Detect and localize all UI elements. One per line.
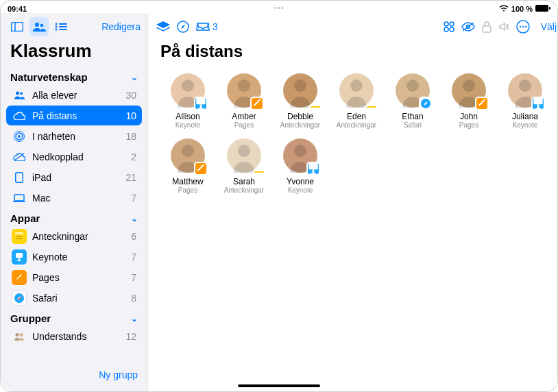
app-badge-icon: [194, 97, 208, 110]
student-cell[interactable]: Allison Keynote: [160, 73, 215, 129]
sidebar-section-header[interactable]: Naturvetenskap⌄: [1, 67, 147, 84]
inbox-icon[interactable]: [196, 22, 210, 32]
sidebar-item[interactable]: Keynote7: [6, 247, 142, 267]
section-title: Appar: [10, 212, 40, 224]
svg-rect-10: [59, 26, 67, 27]
offline-icon: [12, 149, 27, 164]
svg-point-32: [450, 22, 454, 26]
sidebar-item[interactable]: iPad21: [6, 167, 142, 187]
student-name: Debbie: [287, 112, 313, 121]
app-badge-icon: [306, 162, 320, 175]
sidebar-item[interactable]: Understands12: [6, 326, 142, 346]
student-cell[interactable]: Eden Anteckningar: [329, 73, 384, 129]
avatar: [227, 73, 261, 108]
home-indicator[interactable]: [238, 384, 320, 387]
mute-icon[interactable]: [498, 21, 509, 32]
people-view-icon[interactable]: [29, 17, 49, 36]
student-name: Ethan: [402, 112, 423, 121]
sidebar-item-count: 6: [131, 231, 136, 242]
avatar: [508, 73, 542, 108]
sidebar-item[interactable]: Pages7: [6, 267, 142, 287]
sidebar-item-label: På distans: [32, 110, 125, 121]
svg-point-58: [182, 145, 194, 157]
eye-off-icon[interactable]: [461, 22, 475, 32]
sidebar-item[interactable]: I närheten18: [6, 126, 142, 146]
multitask-dots[interactable]: [275, 7, 284, 9]
svg-point-42: [522, 26, 523, 27]
student-cell[interactable]: Debbie Anteckningar: [273, 73, 328, 129]
main-panel: 3 Välj På distans Allison: [148, 13, 558, 391]
sidebar-item-count: 12: [125, 331, 136, 342]
chevron-down-icon: ⌄: [131, 314, 138, 323]
status-dash-icon: [253, 170, 265, 174]
status-dash-icon: [365, 105, 378, 109]
layers-icon[interactable]: [156, 21, 170, 32]
compass-icon[interactable]: [177, 21, 189, 33]
avatar: [171, 73, 205, 108]
sidebar-item-label: Mac: [32, 193, 131, 204]
sidebar-item[interactable]: Mac7: [6, 188, 142, 208]
svg-point-41: [519, 26, 520, 27]
sidebar-item[interactable]: Alla elever30: [6, 85, 142, 105]
sidebar-toggle-icon[interactable]: [8, 17, 27, 36]
app-safari-icon: [12, 291, 27, 306]
svg-rect-11: [59, 29, 67, 30]
sidebar-item-count: 30: [125, 90, 136, 101]
student-name: Allison: [175, 112, 199, 121]
svg-rect-26: [17, 260, 21, 261]
lock-icon[interactable]: [482, 21, 492, 33]
student-cell[interactable]: John Pages: [441, 73, 496, 129]
student-cell[interactable]: Matthew Pages: [160, 138, 215, 194]
section-title: Naturvetenskap: [10, 71, 88, 83]
svg-point-29: [20, 333, 23, 336]
svg-point-53: [463, 79, 475, 92]
sidebar-item-count: 10: [125, 110, 136, 121]
avatar: [283, 73, 317, 108]
svg-point-59: [238, 145, 250, 157]
svg-point-54: [519, 79, 531, 92]
near-icon: [12, 129, 27, 144]
student-cell[interactable]: Yvonne Keynote: [273, 138, 328, 194]
svg-point-49: [294, 79, 306, 92]
student-app: Pages: [459, 121, 478, 129]
student-cell[interactable]: Ethan Safari: [385, 73, 440, 129]
svg-rect-56: [537, 104, 539, 108]
sidebar-item[interactable]: Anteckningar6: [6, 226, 142, 246]
sidebar-item-count: 7: [131, 193, 136, 204]
select-button[interactable]: Välj: [541, 21, 557, 32]
student-cell[interactable]: Sarah Anteckningar: [217, 138, 271, 194]
ipad-icon: [12, 170, 27, 185]
chevron-down-icon: ⌄: [131, 214, 138, 223]
more-icon[interactable]: [516, 20, 530, 34]
student-app: Anteckningar: [337, 121, 376, 129]
student-cell[interactable]: Juliana Keynote: [498, 73, 553, 129]
avatar: [283, 138, 317, 173]
sidebar-section-header[interactable]: Appar⌄: [1, 208, 147, 225]
sidebar-item[interactable]: På distans10: [6, 106, 142, 125]
cloud-icon: [12, 108, 27, 123]
sidebar-item-label: I närheten: [32, 131, 125, 142]
sidebar-item-count: 18: [125, 131, 136, 142]
svg-rect-46: [200, 104, 202, 108]
svg-rect-0: [535, 5, 548, 12]
app-badge-icon: [531, 97, 545, 110]
svg-point-12: [16, 91, 19, 95]
svg-rect-57: [535, 108, 541, 109]
list-view-icon[interactable]: [51, 17, 71, 36]
svg-rect-9: [59, 23, 67, 25]
student-name: Juliana: [512, 112, 538, 121]
student-cell[interactable]: Amber Pages: [217, 73, 271, 129]
svg-rect-45: [196, 98, 205, 104]
sidebar-section-header[interactable]: Grupper⌄: [1, 308, 147, 326]
svg-point-28: [16, 333, 19, 336]
sidebar-item-count: 21: [125, 172, 136, 183]
section-title: Grupper: [10, 313, 51, 324]
new-group-button[interactable]: Ny grupp: [1, 367, 147, 387]
app-keynote-icon: [12, 249, 27, 265]
grid-icon[interactable]: [444, 21, 454, 32]
sidebar-item[interactable]: Nedkopplad2: [6, 147, 142, 167]
student-name: John: [460, 112, 478, 121]
svg-point-60: [294, 145, 306, 157]
sidebar-item[interactable]: Safari8: [6, 288, 142, 308]
edit-button[interactable]: Redigera: [101, 21, 141, 32]
